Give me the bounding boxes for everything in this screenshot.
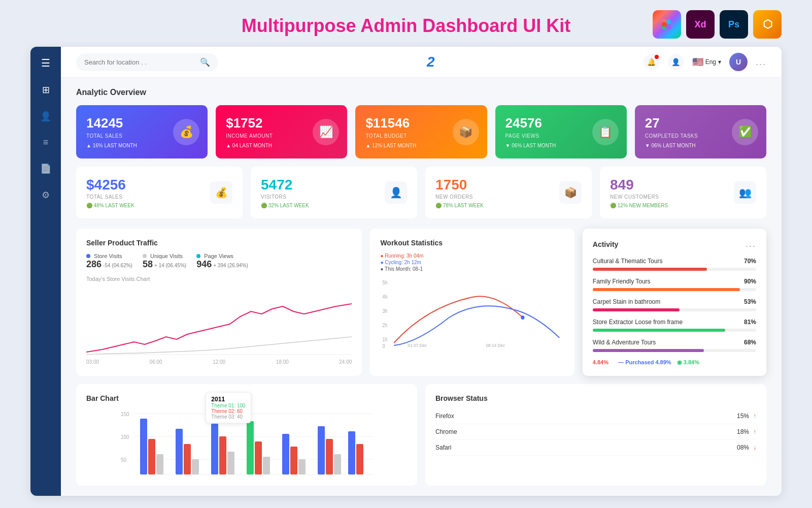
svg-text:5h: 5h xyxy=(383,280,388,286)
activity-pct-4: 81% xyxy=(744,319,756,326)
svg-text:08-14 Dec: 08-14 Dec xyxy=(486,343,505,348)
figma-icon xyxy=(653,10,681,39)
browser-trend-chrome: ↑ xyxy=(753,428,756,435)
activity-pct-5: 68% xyxy=(744,339,756,346)
small-stat-value: 849 xyxy=(610,177,668,193)
activity-pct-2: 90% xyxy=(744,278,756,285)
browser-status-card: Browser Status Firefox 15% ↑ Chrome 18% … xyxy=(425,384,766,486)
top-header: 🔍 2 🔔 👤 🇺🇸 Eng ▾ U ... xyxy=(61,47,782,78)
traffic-chart-card: Seller Product Traffic Store Visits 286 … xyxy=(76,229,362,376)
xd-icon: Xd xyxy=(686,10,715,39)
small-stat-footer: 🟢 48% LAST WEEK xyxy=(86,203,134,208)
legend-page-views: Page Views 946 + 394 (26.94%) xyxy=(196,253,248,270)
activity-card: Activity ... Cultural & Thematic Tours 7… xyxy=(583,229,766,376)
progress-bg-1 xyxy=(593,268,756,271)
bottom-row-grid: Bar Chart 150 100 50 xyxy=(76,384,766,486)
progress-bg-4 xyxy=(593,329,756,332)
bottom-charts-row: Bar Chart 150 100 50 xyxy=(76,384,766,486)
flag-icon: 🇺🇸 xyxy=(692,56,703,68)
small-stat-cards: $4256 TOTAL SALES 🟢 48% LAST WEEK 💰 5472… xyxy=(76,167,766,218)
language-selector[interactable]: 🇺🇸 Eng ▾ xyxy=(692,56,721,68)
sidebar-icon-users[interactable]: 👤 xyxy=(40,111,51,122)
progress-fill-5 xyxy=(593,349,704,352)
stat-card-tasks: 27 COMPLETED TASKS ▼ 06% LAST MONTH ✅ xyxy=(635,105,766,158)
user-notification[interactable]: 👤 xyxy=(668,54,684,70)
workout-chart-card: Workout Statistics ● Running: 3h 04m ● C… xyxy=(370,229,574,376)
svg-rect-30 xyxy=(227,452,234,474)
stat-icon: ✅ xyxy=(732,119,758,145)
tooltip-year: 2011 xyxy=(211,396,245,403)
sketch-icon: ⬡ xyxy=(753,10,782,39)
more-options[interactable]: ... xyxy=(756,57,766,68)
stat-pct1: 4.84% xyxy=(593,359,608,365)
stat-icon: 📦 xyxy=(453,119,479,145)
bar-chart-card: Bar Chart 150 100 50 xyxy=(76,384,417,486)
svg-rect-25 xyxy=(176,429,183,474)
small-stat-value: $4256 xyxy=(86,177,134,193)
svg-text:0: 0 xyxy=(383,343,385,348)
search-input[interactable] xyxy=(84,58,196,66)
notif-dot xyxy=(655,55,659,59)
svg-text:4h: 4h xyxy=(383,294,388,300)
chevron-down-icon: ▾ xyxy=(718,58,721,66)
page-views-change: + 394 (26.94%) xyxy=(213,263,248,268)
svg-rect-31 xyxy=(247,421,254,474)
small-stat-footer: 🟢 32% LAST WEEK xyxy=(261,203,309,208)
small-stat-icon: 📦 xyxy=(559,181,582,204)
progress-fill-1 xyxy=(593,268,707,271)
page-views-dot xyxy=(196,254,200,258)
unique-visits-value: 58 xyxy=(143,259,153,269)
legend-store-visits: Store Visits 286 -54 (04.62%) xyxy=(86,253,132,270)
store-visits-dot xyxy=(86,254,90,258)
hamburger-menu[interactable]: ☰ xyxy=(41,57,50,69)
activity-pct-3: 53% xyxy=(744,298,756,305)
activity-title: Activity xyxy=(593,240,619,248)
sidebar-icon-list[interactable]: ≡ xyxy=(43,137,49,148)
activity-label-5: Wild & Adventure Tours xyxy=(593,339,656,346)
language-label: Eng xyxy=(705,58,716,66)
tooltip-theme2: Theme 02: 60 xyxy=(211,408,245,414)
svg-rect-36 xyxy=(298,459,306,474)
header-actions: 🔔 👤 🇺🇸 Eng ▾ U ... xyxy=(644,53,766,71)
small-stat-footer: 🟢 78% LAST WEEK xyxy=(435,203,484,208)
store-visits-value: 286 xyxy=(86,259,101,269)
browser-pct-firefox: 15% xyxy=(729,412,749,420)
user-avatar[interactable]: U xyxy=(729,53,748,71)
small-stat-icon: 👥 xyxy=(734,181,756,204)
sidebar-icon-settings[interactable]: ⚙ xyxy=(42,189,50,201)
small-stat-label: TOTAL SALES xyxy=(86,194,134,200)
x-axis-labels: 03:00 06:00 12:00 18:00 24:00 xyxy=(86,359,352,365)
activity-label-2: Family Friendly Tours xyxy=(593,278,651,285)
browser-pct-chrome: 18% xyxy=(729,428,749,435)
tool-icons-row: Xd Ps ⬡ xyxy=(653,10,782,39)
svg-rect-22 xyxy=(140,419,147,474)
activity-item-5: Wild & Adventure Tours 68% xyxy=(593,339,756,352)
bottom-stats: 4.84% — Purchased 4.89% ◉ 3.84% xyxy=(593,359,756,366)
stat-pct3: ◉ 3.84% xyxy=(677,359,699,365)
small-stat-value: 5472 xyxy=(261,177,309,193)
progress-bg-5 xyxy=(593,349,756,352)
small-stat-footer: 🟢 12% NEW MEMBERS xyxy=(610,203,668,208)
activity-more[interactable]: ... xyxy=(746,239,756,249)
chart-subtitle: Today's Store Visits Chart xyxy=(86,276,352,282)
small-stat-icon: 👤 xyxy=(385,181,407,204)
notification-bell[interactable]: 🔔 xyxy=(644,54,660,70)
traffic-chart-title: Seller Product Traffic xyxy=(86,239,352,247)
bar-chart-tooltip: 2011 Theme 01: 100 Theme 02: 60 Theme 03… xyxy=(206,392,251,423)
svg-rect-35 xyxy=(290,447,297,474)
workout-chart-svg: 5h 4h 3h 2h 1h 0 xyxy=(380,277,564,348)
running-legend: ● Running: 3h 04m xyxy=(380,253,423,259)
stat-card-total-sales: 14245 TOTAL SALES ▲ 16% LAST MONTH 💰 xyxy=(76,105,208,158)
search-bar[interactable]: 🔍 xyxy=(76,53,218,71)
section-title-analytics: Analytic Overview xyxy=(76,88,766,97)
stat-icon: 📋 xyxy=(592,119,619,145)
activity-header: Activity ... xyxy=(593,239,756,249)
browser-name-firefox: Firefox xyxy=(435,412,729,420)
svg-rect-40 xyxy=(348,431,355,474)
sidebar-icon-dashboard[interactable]: ⊞ xyxy=(42,84,50,96)
small-stat-icon: 💰 xyxy=(210,181,232,204)
svg-rect-26 xyxy=(184,444,191,474)
svg-text:1h: 1h xyxy=(383,337,388,343)
sidebar-icon-docs[interactable]: 📄 xyxy=(40,163,51,174)
activity-item-3: Carpet Stain in bathroom 53% xyxy=(593,298,756,311)
